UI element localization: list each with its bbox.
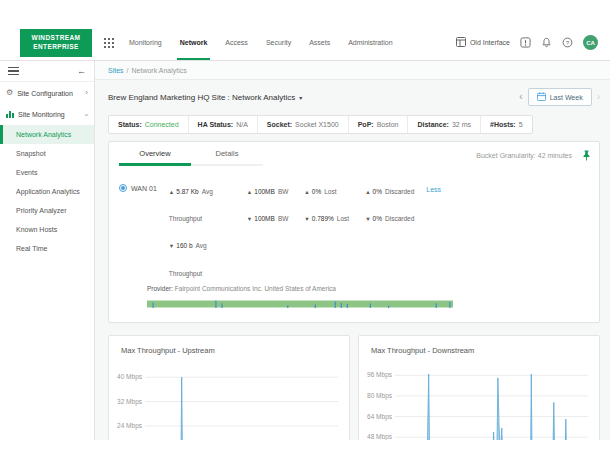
nav-assets[interactable]: Assets — [300, 25, 339, 60]
up-arrow-icon: ▲ — [247, 189, 252, 195]
chevron-down-icon: › — [83, 113, 91, 116]
provider-value: Fairpoint Communications Inc. United Sta… — [175, 285, 336, 292]
svg-text:96 Mbps: 96 Mbps — [367, 371, 393, 379]
charts-row: Max Throughput - Upstream 40 Mbps32 Mbps… — [108, 335, 600, 440]
svg-text:48 Mbps: 48 Mbps — [367, 433, 393, 440]
provider-row: Provider: Fairpoint Communications Inc. … — [109, 284, 599, 292]
svg-text:32 Mbps: 32 Mbps — [117, 397, 143, 405]
nav-access[interactable]: Access — [216, 25, 257, 60]
down-arrow-icon: ▼ — [247, 216, 252, 222]
old-interface-icon — [456, 37, 466, 48]
old-interface-link[interactable]: Old Interface — [456, 37, 510, 48]
chart-card-downstream: Max Throughput - Downstream 96 Mbps80 Mb… — [358, 335, 600, 440]
app-launcher-icon[interactable] — [104, 38, 114, 48]
sidebar-item-known-hosts[interactable]: Known Hosts — [0, 220, 94, 239]
group-label: Site Configuration — [17, 90, 73, 97]
chip-hosts: #Hosts: 5 — [481, 116, 532, 133]
provider-label: Provider: — [147, 285, 173, 292]
svg-text:80 Mbps: 80 Mbps — [367, 392, 393, 400]
old-interface-label: Old Interface — [470, 39, 510, 46]
overview-panel-header: Overview Details Bucket Granularity: 42 … — [109, 142, 599, 166]
breadcrumb: Sites / Network Analytics — [95, 61, 610, 80]
down-arrow-icon: ▼ — [365, 216, 370, 222]
sidebar-group-site-configuration[interactable]: ⚙ Site Configuration › — [0, 82, 94, 103]
time-range-label: Last Week — [550, 94, 583, 101]
nav-security[interactable]: Security — [257, 25, 300, 60]
chart-title-downstream: Max Throughput - Downstream — [359, 336, 599, 357]
logo-line1: WINDSTREAM — [32, 34, 81, 43]
help-icon[interactable]: ? — [562, 37, 573, 48]
app-window: WINDSTREAM ENTERPRISE Monitoring Network… — [0, 25, 610, 440]
chip-socket: Socket: Socket X1500 — [258, 116, 349, 133]
upstream-chart-plot[interactable]: 40 Mbps32 Mbps24 Mbps16 Mbps8 Mbps0 bps0… — [109, 357, 349, 440]
chip-ha-status: HA Status: N/A — [189, 116, 258, 133]
svg-text:40 Mbps: 40 Mbps — [117, 373, 143, 381]
logo-line2: ENTERPRISE — [33, 43, 79, 52]
page-title: Brew England Marketing HQ Site : Network… — [108, 93, 295, 102]
chevron-right-icon: › — [85, 89, 88, 97]
sidebar: ← ⚙ Site Configuration › Site Monitoring… — [0, 61, 95, 440]
top-bar: WINDSTREAM ENTERPRISE Monitoring Network… — [0, 25, 610, 61]
svg-text:?: ? — [566, 40, 570, 46]
sidebar-item-snapshot[interactable]: Snapshot — [0, 144, 94, 163]
breadcrumb-sites-link[interactable]: Sites — [108, 67, 124, 74]
hamburger-menu-icon[interactable] — [8, 67, 19, 76]
nav-administration[interactable]: Administration — [339, 25, 401, 60]
sidebar-item-application-analytics[interactable]: Application Analytics — [0, 182, 94, 201]
svg-text:64 Mbps: 64 Mbps — [367, 412, 393, 420]
chart-card-upstream: Max Throughput - Upstream 40 Mbps32 Mbps… — [108, 335, 350, 440]
nav-network[interactable]: Network — [171, 25, 217, 60]
sidebar-item-priority-analyzer[interactable]: Priority Analyzer — [0, 201, 94, 220]
wan-metrics-row: WAN 01 ▲5.87 KbAvg Throughput ▼160 bAvg … — [109, 166, 599, 284]
time-range-controls: ‹ Last Week › — [519, 88, 600, 106]
up-arrow-icon: ▲ — [304, 189, 309, 195]
time-range-button[interactable]: Last Week — [528, 88, 592, 106]
title-row: Brew England Marketing HQ Site : Network… — [108, 88, 600, 106]
group-label: Site Monitoring — [18, 111, 65, 118]
monitoring-chart-icon — [6, 110, 14, 119]
sidebar-item-network-analytics[interactable]: Network Analytics — [0, 125, 94, 144]
metric-discarded: ▲0%Discarded ▼0%Discarded — [365, 175, 414, 284]
tab-overview[interactable]: Overview — [119, 142, 191, 166]
less-link[interactable]: Less — [426, 186, 441, 193]
next-period-icon[interactable]: › — [597, 92, 600, 102]
top-bar-right: Old Interface ? CA — [456, 35, 598, 50]
announcements-icon[interactable] — [520, 37, 531, 48]
wan-health-timeline[interactable] — [109, 292, 599, 322]
chart-title-upstream: Max Throughput - Upstream — [109, 336, 349, 357]
nav-monitoring[interactable]: Monitoring — [120, 25, 171, 60]
sidebar-item-events[interactable]: Events — [0, 163, 94, 182]
status-connected-value: Connected — [145, 121, 179, 128]
sidebar-item-real-time[interactable]: Real Time — [0, 239, 94, 258]
tab-details[interactable]: Details — [191, 142, 263, 166]
sidebar-top: ← — [0, 61, 94, 82]
downstream-chart-plot[interactable]: 96 Mbps80 Mbps64 Mbps48 Mbps32 Mbps16 Mb… — [359, 357, 599, 440]
chip-status: Status: Connected — [109, 116, 189, 133]
main-nav: Monitoring Network Access Security Asset… — [120, 25, 402, 60]
overview-tabs: Overview Details — [119, 142, 263, 166]
notifications-bell-icon[interactable] — [541, 37, 552, 48]
chip-distance: Distance: 32 ms — [408, 116, 481, 133]
bucket-granularity: Bucket Granularity: 42 minutes — [476, 142, 599, 161]
prev-period-icon[interactable]: ‹ — [519, 92, 522, 102]
metric-avg-throughput: ▲5.87 KbAvg Throughput ▼160 bAvg Through… — [169, 175, 231, 284]
sidebar-collapse-icon[interactable]: ← — [77, 67, 86, 76]
breadcrumb-separator: / — [127, 67, 129, 74]
breadcrumb-current: Network Analytics — [132, 67, 187, 74]
down-arrow-icon: ▼ — [304, 216, 309, 222]
down-arrow-icon: ▼ — [169, 243, 174, 249]
sidebar-group-site-monitoring[interactable]: Site Monitoring › — [0, 103, 94, 125]
wan-radio-button[interactable] — [119, 184, 127, 192]
main-content: Sites / Network Analytics Brew England M… — [95, 61, 610, 440]
chip-pop: PoP: Boston — [349, 116, 409, 133]
overview-panel: Overview Details Bucket Granularity: 42 … — [108, 141, 600, 323]
wan-01-selector: WAN 01 — [119, 184, 157, 192]
svg-text:24 Mbps: 24 Mbps — [117, 422, 143, 430]
calendar-icon — [537, 92, 546, 102]
site-title-dropdown[interactable]: Brew England Marketing HQ Site : Network… — [108, 93, 302, 102]
pin-icon[interactable] — [582, 150, 591, 161]
user-avatar[interactable]: CA — [583, 35, 598, 50]
wan-name-label: WAN 01 — [131, 185, 157, 192]
wan-metrics: ▲5.87 KbAvg Throughput ▼160 bAvg Through… — [169, 175, 414, 284]
up-arrow-icon: ▲ — [365, 189, 370, 195]
